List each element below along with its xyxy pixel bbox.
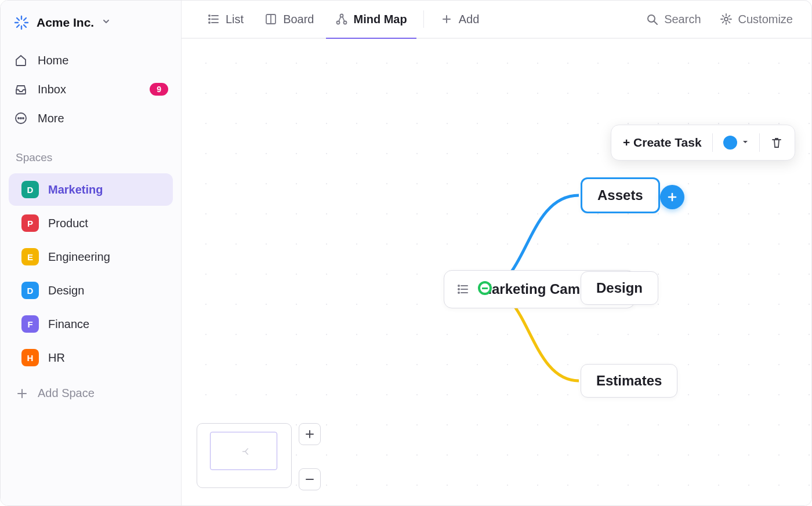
space-item-label: Finance <box>48 318 89 331</box>
toolbar-divider <box>712 133 713 152</box>
svg-point-9 <box>18 118 19 119</box>
space-badge-icon: P <box>21 214 39 232</box>
home-icon <box>13 53 28 68</box>
spaces-list: DMarketingPProductEEngineeringDDesignFFi… <box>1 172 181 375</box>
color-swatch-icon <box>723 136 737 150</box>
svg-point-35 <box>458 285 459 286</box>
space-item-design[interactable]: DDesign <box>9 274 173 307</box>
space-item-product[interactable]: PProduct <box>9 207 173 239</box>
list-icon <box>456 282 470 296</box>
space-badge-icon: E <box>21 248 39 265</box>
sidebar: Acme Inc. Home Inbox 9 More Spaces DMark… <box>1 1 182 505</box>
main: List Board Mind Map Add <box>182 1 811 505</box>
nav-home-label: Home <box>38 54 68 67</box>
space-item-engineering[interactable]: EEngineering <box>9 241 173 273</box>
board-icon <box>264 13 277 26</box>
search-label: Search <box>664 13 701 26</box>
mindmap-node-assets[interactable]: Assets <box>581 177 660 213</box>
spaces-heading: Spaces <box>1 133 181 172</box>
topbar: List Board Mind Map Add <box>182 1 811 39</box>
svg-line-6 <box>24 18 26 20</box>
svg-point-27 <box>648 15 655 22</box>
svg-point-10 <box>20 118 21 119</box>
collapse-toggle[interactable] <box>478 281 492 295</box>
more-icon <box>13 111 28 126</box>
view-add-button[interactable]: Add <box>431 0 489 38</box>
minimap-region <box>197 423 321 490</box>
svg-point-18 <box>209 19 210 20</box>
svg-point-36 <box>458 289 459 290</box>
search-button[interactable]: Search <box>639 8 708 31</box>
space-item-marketing[interactable]: DMarketing <box>9 173 173 206</box>
space-item-label: Engineering <box>48 250 110 264</box>
mindmap-node-label: Estimates <box>596 373 662 388</box>
mindmap-icon <box>335 13 348 26</box>
space-item-label: Product <box>48 217 88 230</box>
nav-inbox[interactable]: Inbox 9 <box>1 75 181 104</box>
svg-point-17 <box>209 15 210 16</box>
caret-down-icon <box>742 137 749 148</box>
space-item-finance[interactable]: FFinance <box>9 308 173 340</box>
view-tab-board[interactable]: Board <box>255 0 323 38</box>
svg-line-7 <box>17 25 19 27</box>
svg-line-28 <box>654 21 657 24</box>
add-space-button[interactable]: Add Space <box>1 378 181 408</box>
space-badge-icon: F <box>21 315 39 333</box>
nav-home[interactable]: Home <box>1 46 181 75</box>
minimap[interactable] <box>197 423 292 488</box>
node-toolbar: + Create Task <box>611 125 795 161</box>
chevron-down-icon <box>102 17 110 28</box>
space-item-hr[interactable]: HHR <box>9 341 173 374</box>
space-badge-icon: D <box>21 282 39 299</box>
space-badge-icon: H <box>21 349 39 366</box>
tab-divider <box>423 10 424 28</box>
svg-point-11 <box>23 118 24 119</box>
create-task-button[interactable]: + Create Task <box>623 136 702 150</box>
svg-point-19 <box>209 22 210 23</box>
customize-button[interactable]: Customize <box>713 8 800 31</box>
zoom-out-button[interactable] <box>299 468 321 490</box>
svg-point-22 <box>340 14 343 17</box>
plus-icon <box>440 13 453 26</box>
inbox-icon <box>13 82 28 97</box>
minimap-node-icon <box>240 447 252 456</box>
add-child-button[interactable] <box>660 185 684 209</box>
workspace-switcher[interactable]: Acme Inc. <box>1 3 181 46</box>
list-icon <box>207 13 220 26</box>
nav-more[interactable]: More <box>1 104 181 133</box>
mindmap-node-estimates[interactable]: Estimates <box>581 364 677 398</box>
view-tab-board-label: Board <box>283 13 314 26</box>
svg-line-5 <box>24 25 26 27</box>
zoom-in-button[interactable] <box>299 423 321 445</box>
svg-line-4 <box>17 18 19 20</box>
customize-label: Customize <box>738 13 793 26</box>
svg-point-37 <box>458 292 459 293</box>
plus-icon <box>16 387 28 400</box>
search-icon <box>646 13 658 26</box>
workspace-logo-icon <box>13 14 30 31</box>
view-tab-list[interactable]: List <box>198 0 253 38</box>
inbox-badge: 9 <box>150 83 168 96</box>
view-add-label: Add <box>459 13 480 26</box>
space-badge-icon: D <box>21 181 39 198</box>
color-picker-button[interactable] <box>723 136 749 150</box>
add-space-label: Add Space <box>38 387 95 400</box>
delete-button[interactable] <box>770 136 783 149</box>
svg-point-29 <box>724 17 728 21</box>
nav-more-label: More <box>38 112 64 125</box>
space-item-label: Marketing <box>48 183 103 196</box>
gear-icon <box>720 13 733 26</box>
toolbar-divider <box>759 133 760 152</box>
mindmap-node-design[interactable]: Design <box>581 271 658 305</box>
view-tab-mindmap[interactable]: Mind Map <box>326 0 416 38</box>
mindmap-node-label: Design <box>596 280 643 296</box>
view-tab-list-label: List <box>226 13 244 26</box>
space-item-label: Design <box>48 284 84 297</box>
space-item-label: HR <box>48 351 65 365</box>
nav-inbox-label: Inbox <box>38 83 66 96</box>
view-tab-mindmap-label: Mind Map <box>354 13 407 26</box>
mindmap-node-label: Assets <box>597 187 643 203</box>
workspace-name: Acme Inc. <box>37 16 94 30</box>
mindmap-canvas[interactable]: + Create Task Marketing Campaign Assets <box>182 39 811 505</box>
